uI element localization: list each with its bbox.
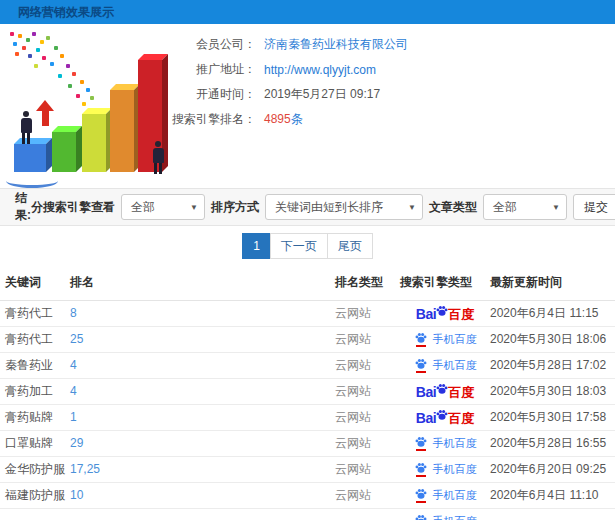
updated-cell: 2020年6月4日 11:10 bbox=[490, 482, 615, 508]
table-header-row: 关键词排名排名类型搜索引擎类型最新更新时间 bbox=[0, 266, 615, 300]
submit-button[interactable]: 提交 bbox=[573, 194, 615, 220]
rank-link[interactable]: 8 bbox=[70, 306, 77, 320]
keyword-cell: 金华防护服 bbox=[0, 456, 70, 482]
article-type-select-value: 全部 bbox=[493, 199, 517, 216]
rank-link[interactable]: 25 bbox=[70, 332, 83, 346]
rank-cell: 1 bbox=[70, 404, 335, 430]
chevron-down-icon: ▼ bbox=[190, 203, 198, 212]
mobile-baidu-logo: 手机百度 bbox=[414, 513, 477, 520]
page-1-button[interactable]: 1 bbox=[242, 233, 271, 259]
rank-link[interactable]: 4 bbox=[70, 384, 77, 398]
column-header-4: 最新更新时间 bbox=[490, 266, 615, 300]
promotion-url-link[interactable]: http://www.qlyyjt.com bbox=[264, 63, 376, 77]
paw-icon bbox=[414, 461, 428, 474]
chevron-down-icon: ▼ bbox=[408, 203, 416, 212]
paw-icon bbox=[414, 331, 428, 344]
article-type-label: 文章类型 bbox=[429, 199, 477, 216]
bar-yellow bbox=[82, 114, 106, 172]
rank-cell: 4 bbox=[70, 352, 335, 378]
engine-rank-count: 4895条 bbox=[264, 111, 303, 128]
column-header-2: 排名类型 bbox=[335, 266, 400, 300]
engine-cell: 手机百度 bbox=[400, 508, 490, 520]
bar-blue bbox=[14, 144, 46, 172]
engine-cell: Bai百度 bbox=[400, 300, 490, 326]
member-company-link[interactable]: 济南秦鲁药业科技有限公司 bbox=[264, 36, 408, 53]
updated-cell: 2020年5月28日 16:55 bbox=[490, 430, 615, 456]
confetti-decoration bbox=[10, 32, 14, 36]
updated-cell: 2020年5月30日 18:03 bbox=[490, 378, 615, 404]
engine-cell: 手机百度 bbox=[400, 326, 490, 352]
rank-type-cell: 云网站 bbox=[335, 482, 400, 508]
paw-icon bbox=[414, 487, 428, 500]
info-row-open-time: 开通时间：2019年5月27日 09:17 bbox=[170, 82, 615, 107]
businessman-left bbox=[18, 111, 34, 144]
table-row: 金华防护服17,25云网站手机百度2020年6月20日 09:25 bbox=[0, 456, 615, 482]
mobile-baidu-logo: 手机百度 bbox=[414, 331, 477, 347]
engine-filter-label: 分搜索引擎查看 bbox=[31, 199, 115, 216]
article-type-select[interactable]: 全部 ▼ bbox=[483, 194, 567, 220]
paw-icon bbox=[414, 357, 428, 370]
rank-type-cell: 云网站 bbox=[335, 430, 400, 456]
rank-type-cell: 云网站 bbox=[335, 352, 400, 378]
column-header-0: 关键词 bbox=[0, 266, 70, 300]
info-row-member-company: 会员公司：济南秦鲁药业科技有限公司 bbox=[170, 32, 615, 57]
rank-type-cell: 云网站 bbox=[335, 456, 400, 482]
pagination: 1 下一页 尾页 bbox=[0, 226, 615, 266]
keyword-cell: 福建防护服 bbox=[0, 482, 70, 508]
table-row: 膏药代工25云网站手机百度2020年5月30日 18:06 bbox=[0, 326, 615, 352]
blue-swoosh-decoration bbox=[6, 174, 58, 188]
keyword-cell: 口罩贴牌 bbox=[0, 430, 70, 456]
engine-cell: 手机百度 bbox=[400, 352, 490, 378]
rank-cell: 25 bbox=[70, 326, 335, 352]
mobile-baidu-logo: 手机百度 bbox=[414, 357, 477, 373]
rank-link[interactable]: 10 bbox=[70, 488, 83, 502]
rank-link[interactable]: 4 bbox=[70, 358, 77, 372]
table-row: 秦鲁药业4云网站手机百度2020年5月28日 17:02 bbox=[0, 352, 615, 378]
rank-type-cell: 云网站 bbox=[335, 404, 400, 430]
filter-controls: 分搜索引擎查看 全部 ▼ 排序方式 关键词由短到长排序 ▼ 文章类型 全部 ▼ … bbox=[31, 194, 615, 220]
open-time-label: 开通时间： bbox=[170, 86, 256, 103]
sort-select[interactable]: 关键词由短到长排序 ▼ bbox=[265, 194, 423, 220]
result-label: 结果: bbox=[15, 190, 31, 224]
keyword-cell: 秦鲁药业 bbox=[0, 352, 70, 378]
keyword-cell: 膏药贴牌 bbox=[0, 404, 70, 430]
rank-link[interactable]: 29 bbox=[70, 436, 83, 450]
rank-count-number: 4895 bbox=[264, 112, 291, 126]
paw-icon bbox=[414, 513, 428, 520]
keyword-cell: 膏药代工 bbox=[0, 326, 70, 352]
engine-select[interactable]: 全部 ▼ bbox=[121, 194, 205, 220]
filter-bar: 结果: 分搜索引擎查看 全部 ▼ 排序方式 关键词由短到长排序 ▼ 文章类型 全… bbox=[0, 188, 615, 226]
table-row: 膏药加工4云网站Bai百度2020年5月30日 18:03 bbox=[0, 378, 615, 404]
bar-orange bbox=[110, 90, 134, 172]
engine-cell: 手机百度 bbox=[400, 456, 490, 482]
promotion-url-label: 推广地址： bbox=[170, 61, 256, 78]
engine-cell: Bai百度 bbox=[400, 378, 490, 404]
column-header-1: 排名 bbox=[70, 266, 335, 300]
table-row: 口罩贴牌29云网站手机百度2020年5月28日 16:55 bbox=[0, 430, 615, 456]
info-row-engine-rank-count: 搜索引擎排名：4895条 bbox=[170, 107, 615, 132]
header-section: 会员公司：济南秦鲁药业科技有限公司推广地址：http://www.qlyyjt.… bbox=[0, 24, 615, 188]
mobile-baidu-logo: 手机百度 bbox=[414, 435, 477, 451]
rank-link[interactable]: 1 bbox=[70, 410, 77, 424]
keyword-cell: 膏药加工 bbox=[0, 378, 70, 404]
next-page-button[interactable]: 下一页 bbox=[270, 233, 328, 259]
keyword-cell: 膏药代工 bbox=[0, 300, 70, 326]
rank-cell: 17,25 bbox=[70, 456, 335, 482]
sort-select-value: 关键词由短到长排序 bbox=[275, 199, 383, 216]
baidu-logo: Bai百度 bbox=[416, 408, 474, 425]
member-company-label: 会员公司： bbox=[170, 36, 256, 53]
rank-cell: 4 bbox=[70, 378, 335, 404]
bar-green bbox=[52, 132, 76, 172]
last-page-button[interactable]: 尾页 bbox=[327, 233, 373, 259]
rank-type-cell bbox=[335, 508, 400, 520]
rank-cell: 8 bbox=[70, 300, 335, 326]
sort-label: 排序方式 bbox=[211, 199, 259, 216]
page-title: 网络营销效果展示 bbox=[18, 4, 114, 21]
up-arrow-icon bbox=[36, 100, 54, 126]
rank-count-unit: 条 bbox=[291, 112, 303, 126]
rank-link[interactable]: 17,25 bbox=[70, 462, 100, 476]
table-row: 福建防护服10云网站手机百度2020年6月4日 11:10 bbox=[0, 482, 615, 508]
keyword-cell bbox=[0, 508, 70, 520]
rank-cell: 29 bbox=[70, 430, 335, 456]
engine-cell: 手机百度 bbox=[400, 482, 490, 508]
